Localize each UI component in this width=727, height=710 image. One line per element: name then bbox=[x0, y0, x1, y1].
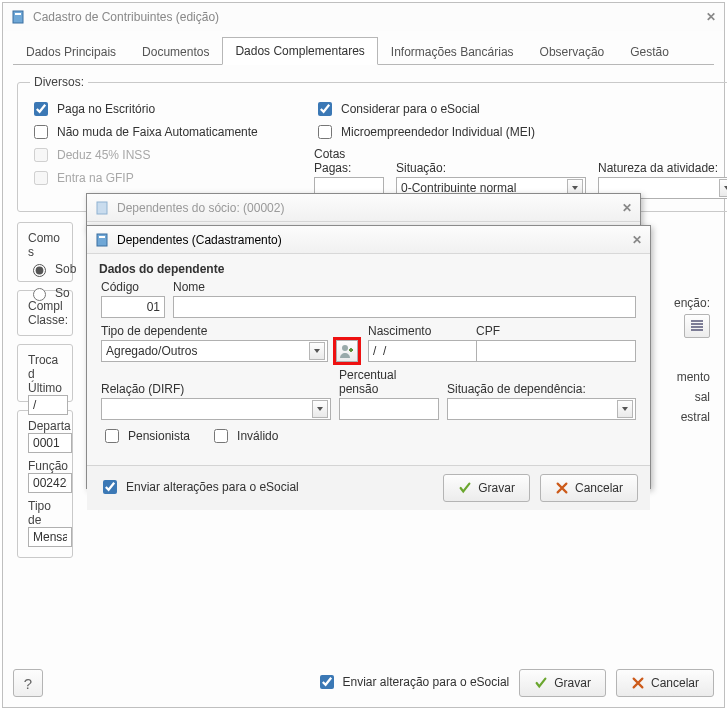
lbl-relacao-dirf: Relação (DIRF) bbox=[101, 382, 331, 396]
chk-deduz-inss: Deduz 45% INSS bbox=[30, 145, 290, 165]
footer-gravar-button[interactable]: Gravar bbox=[519, 669, 606, 697]
footer-cancelar-button[interactable]: Cancelar bbox=[616, 669, 714, 697]
input-departamento[interactable] bbox=[28, 433, 72, 453]
lbl-situacao: Situação: bbox=[396, 161, 586, 175]
help-button[interactable]: ? bbox=[13, 669, 43, 697]
input-tipo[interactable] bbox=[28, 527, 72, 547]
chevron-down-icon bbox=[312, 400, 328, 418]
bg-troca-label: Troca d bbox=[28, 353, 62, 381]
chk-pensionista[interactable]: Pensionista bbox=[101, 426, 190, 446]
tab-observacao[interactable]: Observação bbox=[527, 38, 618, 65]
modal2-title: Dependentes (Cadastramento) bbox=[117, 233, 632, 247]
section-dados-dependente: Dados do dependente bbox=[87, 254, 650, 280]
bg-compl-label: Compl bbox=[28, 299, 62, 313]
modal-dependentes-cadastramento: Dependentes (Cadastramento) ✕ Dados do d… bbox=[86, 225, 651, 489]
tab-dados-principais[interactable]: Dados Principais bbox=[13, 38, 129, 65]
close-icon[interactable]: ✕ bbox=[706, 10, 716, 24]
chk-paga-escritorio[interactable]: Paga no Escritório bbox=[30, 99, 290, 119]
main-title: Cadastro de Contribuintes (edição) bbox=[33, 10, 706, 24]
chk-nao-muda-faixa[interactable]: Não muda de Faixa Automaticamente bbox=[30, 122, 290, 142]
lbl-nome: Nome bbox=[173, 280, 636, 294]
input-cpf[interactable] bbox=[476, 340, 636, 362]
bg-ultimo-label: Último bbox=[28, 381, 62, 395]
modal1-title: Dependentes do sócio: (00002) bbox=[117, 201, 622, 215]
modal-gravar-button[interactable]: Gravar bbox=[443, 474, 530, 502]
svg-rect-1 bbox=[15, 13, 21, 15]
chevron-down-icon bbox=[309, 342, 325, 360]
combo-situacao-dependencia[interactable] bbox=[447, 398, 636, 420]
input-codigo bbox=[101, 296, 165, 318]
input-percentual-pensao bbox=[339, 398, 439, 420]
chevron-down-icon bbox=[617, 400, 633, 418]
bg-sal-label: sal bbox=[662, 390, 710, 404]
tabstrip: Dados Principais Documentos Dados Comple… bbox=[13, 37, 714, 65]
main-titlebar: Cadastro de Contribuintes (edição) ✕ bbox=[3, 3, 724, 31]
add-person-button[interactable] bbox=[336, 340, 358, 362]
chk-mei[interactable]: Microempreendedor Individual (MEI) bbox=[314, 122, 727, 142]
combo-relacao-dirf[interactable] bbox=[101, 398, 331, 420]
lbl-tipo-dependente: Tipo de dependente bbox=[101, 324, 328, 338]
bg-encao-label: enção: bbox=[662, 296, 710, 310]
tab-gestao[interactable]: Gestão bbox=[617, 38, 682, 65]
app-icon bbox=[11, 9, 27, 25]
modal-cancelar-button[interactable]: Cancelar bbox=[540, 474, 638, 502]
footer-bar: ? Enviar alteração para o eSocial Gravar… bbox=[13, 669, 714, 697]
list-icon-button[interactable] bbox=[684, 314, 710, 338]
bg-estral-label: estral bbox=[662, 410, 710, 424]
group-diversos-legend: Diversos: bbox=[30, 75, 88, 89]
lbl-natureza: Natureza da atividade: bbox=[598, 161, 727, 175]
bg-classe-label: Classe: bbox=[28, 313, 62, 327]
svg-rect-4 bbox=[99, 236, 105, 238]
bg-como-label: Como s bbox=[28, 231, 62, 259]
modal2-close-icon[interactable]: ✕ bbox=[632, 233, 642, 247]
bg-funcao-label: Função bbox=[28, 459, 62, 473]
lbl-cpf: CPF bbox=[476, 324, 636, 338]
input-ultimo[interactable] bbox=[28, 395, 68, 415]
chk-modal-esocial[interactable]: Enviar alterações para o eSocial bbox=[99, 477, 299, 497]
svg-rect-3 bbox=[97, 234, 107, 246]
group-diversos: Diversos: Paga no Escritório Não muda de… bbox=[17, 75, 727, 212]
input-nome[interactable] bbox=[173, 296, 636, 318]
lbl-percentual-pensao: Percentual pensão bbox=[339, 368, 439, 396]
chk-entra-gfip: Entra na GFIP bbox=[30, 168, 290, 188]
chk-footer-esocial[interactable]: Enviar alteração para o eSocial bbox=[316, 672, 510, 692]
input-funcao[interactable] bbox=[28, 473, 72, 493]
svg-rect-2 bbox=[97, 202, 107, 214]
chk-invalido[interactable]: Inválido bbox=[210, 426, 278, 446]
window-icon bbox=[95, 200, 111, 216]
window-icon bbox=[95, 232, 111, 248]
tab-dados-complementares[interactable]: Dados Complementares bbox=[222, 37, 377, 65]
tab-documentos[interactable]: Documentos bbox=[129, 38, 222, 65]
combo-tipo-dependente[interactable]: Agregado/Outros bbox=[101, 340, 328, 362]
bg-depart-label: Departa bbox=[28, 419, 62, 433]
modal1-close-icon[interactable]: ✕ bbox=[622, 201, 632, 215]
bg-mento-label: mento bbox=[662, 370, 710, 384]
chevron-down-icon bbox=[719, 179, 727, 197]
chk-considerar-esocial[interactable]: Considerar para o eSocial bbox=[314, 99, 727, 119]
tab-informacoes-bancarias[interactable]: Informações Bancárias bbox=[378, 38, 527, 65]
svg-rect-0 bbox=[13, 11, 23, 23]
svg-point-5 bbox=[342, 345, 348, 351]
radio-sob[interactable] bbox=[33, 264, 46, 277]
lbl-cotas-pagas: Cotas Pagas: bbox=[314, 147, 384, 175]
bg-tipo-label: Tipo de bbox=[28, 499, 62, 527]
lbl-situacao-dependencia: Situação de dependência: bbox=[447, 382, 636, 396]
lbl-nascimento: Nascimento bbox=[368, 324, 468, 338]
lbl-codigo: Código bbox=[101, 280, 165, 294]
